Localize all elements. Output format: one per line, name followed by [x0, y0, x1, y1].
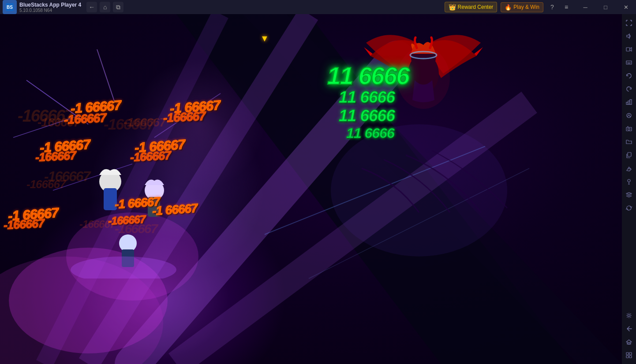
damage-d2b: -166667 [163, 109, 206, 126]
titlebar: BS BlueStacks App Player 4 5.10.0.1058 N… [0, 0, 636, 14]
game-viewport[interactable]: -166667 -166667 -166667 -166667 ▼ [0, 14, 622, 364]
copy-icon[interactable] [623, 149, 635, 161]
svg-line-18 [309, 168, 529, 279]
damage-d1b: -166667 [64, 111, 106, 127]
app-title-block: BlueStacks App Player 4 5.10.0.1058 N64 [19, 2, 81, 13]
svg-point-49 [628, 128, 630, 130]
menu-button[interactable]: ≡ [561, 2, 572, 12]
svg-rect-54 [628, 342, 630, 344]
keyboard-icon[interactable] [623, 56, 635, 69]
nav-home-button[interactable]: ⌂ [100, 2, 110, 12]
pin-icon[interactable] [623, 175, 635, 188]
camera-icon[interactable] [623, 123, 635, 135]
layers-icon[interactable] [623, 189, 635, 201]
play-win-label: Play & Win [513, 4, 539, 10]
titlebar-center: 👑 Reward Center 🔥 Play & Win ? ≡ [445, 2, 572, 12]
help-button[interactable]: ? [547, 2, 557, 12]
nav-back-button[interactable]: ← [86, 2, 97, 12]
reward-icon: 👑 [449, 4, 456, 11]
app-logo: BS [3, 0, 17, 14]
rotate-cw-icon[interactable] [623, 83, 635, 95]
chart-icon[interactable] [623, 109, 635, 122]
damage-d7b: -166667 [3, 217, 45, 233]
svg-line-47 [627, 115, 629, 116]
character-arrow: ▼ [260, 33, 269, 44]
damage-green-big: 11 6666 [327, 62, 409, 90]
titlebar-nav: ← ⌂ ⧉ [86, 2, 123, 12]
game-canvas: -166667 -166667 -166667 -166667 ▼ [0, 14, 622, 364]
maximize-button[interactable]: □ [595, 0, 616, 14]
volume-icon[interactable] [623, 30, 635, 42]
player-characters [35, 102, 256, 279]
right-sidebar [622, 14, 636, 364]
svg-line-17 [265, 146, 485, 234]
svg-rect-57 [626, 356, 629, 358]
svg-line-46 [629, 115, 631, 117]
damage-d4b: -166667 [130, 149, 171, 165]
app-name: BlueStacks App Player 4 [19, 2, 81, 8]
minimize-button[interactable]: ─ [575, 0, 595, 14]
svg-rect-55 [626, 353, 629, 355]
svg-rect-56 [629, 353, 632, 355]
reward-center-button[interactable]: 👑 Reward Center [445, 2, 498, 12]
rotate-ccw-icon[interactable] [623, 70, 635, 82]
home-icon[interactable] [623, 336, 635, 348]
back-icon[interactable] [623, 323, 635, 335]
svg-point-52 [628, 179, 630, 182]
damage-d3b: -166667 [35, 149, 76, 165]
svg-rect-43 [630, 100, 632, 104]
play-win-button[interactable]: 🔥 Play & Win [501, 2, 543, 12]
svg-rect-58 [629, 356, 632, 358]
build-icon[interactable] [623, 96, 635, 108]
svg-rect-50 [628, 152, 631, 156]
damage-green-2: 11 6666 [339, 88, 395, 107]
svg-text:BS: BS [7, 5, 13, 10]
svg-rect-34 [626, 48, 630, 51]
damage-green-3: 11 6666 [339, 107, 395, 125]
folder-icon[interactable] [623, 136, 635, 148]
reward-center-label: Reward Center [458, 4, 494, 10]
fullscreen-icon[interactable] [623, 17, 635, 29]
close-button[interactable]: ✕ [616, 0, 636, 14]
erase-icon[interactable] [623, 162, 635, 175]
playnwin-icon: 🔥 [505, 4, 512, 11]
svg-point-33 [71, 256, 176, 279]
damage-d5b: -166667 [108, 213, 146, 227]
sync-icon[interactable] [623, 202, 635, 214]
damage-green-4: 11 6666 [346, 125, 394, 141]
apps-icon[interactable] [623, 349, 635, 361]
settings-icon[interactable] [623, 309, 635, 322]
app-version: 5.10.0.1058 N64 [19, 8, 81, 13]
video-icon[interactable] [623, 43, 635, 56]
svg-line-14 [97, 49, 115, 102]
nav-tabs-button[interactable]: ⧉ [113, 2, 123, 12]
svg-rect-35 [626, 61, 632, 64]
svg-point-53 [628, 315, 630, 317]
